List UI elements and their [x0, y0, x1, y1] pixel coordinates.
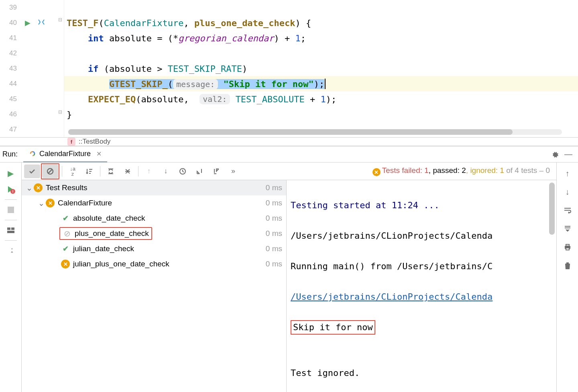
rerun-failed-button[interactable]: !: [3, 182, 18, 197]
parameter-hint: val2:: [199, 94, 230, 104]
line-number: 43: [3, 65, 17, 73]
line-number: 42: [3, 49, 17, 57]
breadcrumb[interactable]: f ::TestBody: [0, 137, 578, 146]
code-content[interactable]: TEST_F(CalendarFixture, plus_one_date_ch…: [64, 0, 578, 137]
pass-icon: ✔: [61, 214, 70, 223]
hide-panel-icon[interactable]: —: [564, 150, 572, 159]
soft-wrap-button[interactable]: [560, 203, 575, 218]
fail-icon: ✕: [61, 260, 70, 268]
scroll-to-end-button[interactable]: [560, 221, 575, 236]
export-tests-button[interactable]: [208, 165, 224, 178]
svg-rect-14: [566, 248, 569, 250]
rerun-button[interactable]: ▶: [3, 166, 18, 181]
parameter-hint: message:: [173, 79, 218, 89]
clear-button[interactable]: [560, 258, 575, 273]
line-number: 45: [3, 95, 17, 103]
prev-test-button[interactable]: ↑: [141, 165, 157, 178]
run-test-gutter-icon[interactable]: ▶: [25, 18, 31, 27]
import-tests-button[interactable]: [191, 165, 208, 178]
tree-test[interactable]: ✕ julian_plus_one_date_check 0 ms: [22, 256, 286, 272]
show-passed-toggle[interactable]: [24, 165, 40, 178]
run-tab-label: CalendarFixture: [39, 150, 91, 158]
console-right-toolbar: ↑ ↓: [556, 162, 578, 392]
run-window-title: Run:: [2, 150, 18, 158]
stop-button[interactable]: [3, 202, 18, 217]
svg-rect-2: [8, 207, 14, 213]
highlight-box: ⊘ plus_one_date_check: [59, 227, 152, 240]
run-tool-window: Run: CalendarFixture ✕ — ▶ !: [0, 146, 578, 392]
down-button[interactable]: ↓: [560, 184, 575, 199]
svg-rect-3: [7, 227, 10, 230]
text-caret: [325, 79, 326, 89]
test-console-output[interactable]: Testing started at 11:24 ... /Users/jetb…: [287, 180, 556, 392]
more-button[interactable]: »: [225, 165, 241, 178]
tree-suite[interactable]: ⌄ ✕ CalendarFixture 0 ms: [22, 195, 286, 211]
sort-alpha-button[interactable]: ↓a z: [65, 165, 81, 178]
editor-gutter: 39 40 ▶ ⊟ 41 42 43 44 45 46⊟ 47: [0, 0, 64, 137]
svg-rect-5: [7, 231, 14, 233]
tree-test[interactable]: ✔ julian_date_check 0 ms: [22, 241, 286, 256]
line-number: 40: [3, 19, 17, 27]
svg-rect-4: [11, 227, 14, 230]
breadcrumb-text: ::TestBody: [79, 138, 110, 146]
sort-duration-button[interactable]: [81, 165, 98, 178]
svg-text:!: !: [12, 189, 13, 193]
gtest-icon: [29, 150, 36, 157]
run-left-toolbar: ▶ !: [0, 162, 22, 392]
code-editor[interactable]: 39 40 ▶ ⊟ 41 42 43 44 45 46⊟ 47 TEST_F(C…: [0, 0, 578, 137]
fold-end-icon[interactable]: ⊟: [58, 109, 62, 115]
line-number: 44: [3, 80, 17, 88]
print-button[interactable]: [560, 240, 575, 255]
svg-line-7: [48, 169, 52, 173]
chevron-down-icon[interactable]: ⌄: [37, 199, 46, 208]
file-link[interactable]: /Users/jetbrains/CLionProjects/Calenda: [291, 292, 493, 302]
line-number: 41: [3, 34, 17, 42]
collapse-all-button[interactable]: [120, 165, 136, 178]
layout-button[interactable]: [3, 223, 18, 238]
fail-status-icon: ✕: [372, 168, 381, 176]
fold-start-icon[interactable]: ⊟: [58, 17, 62, 22]
vertical-scrollbar[interactable]: [549, 183, 555, 271]
show-ignored-toggle[interactable]: [42, 165, 58, 178]
highlight-box: [41, 163, 59, 179]
line-number: 46: [3, 110, 17, 118]
run-tab-bar: Run: CalendarFixture ✕ —: [0, 146, 578, 162]
up-button[interactable]: ↑: [560, 166, 575, 181]
gear-icon[interactable]: [551, 150, 559, 158]
tree-root[interactable]: ⌄ ✕ Test Results 0 ms: [22, 180, 286, 195]
highlight-box: Skip it for now: [291, 320, 375, 335]
line-number: 39: [3, 4, 17, 12]
fail-icon: ✕: [34, 183, 43, 192]
line-number: 47: [3, 126, 17, 134]
run-config-tab[interactable]: CalendarFixture ✕: [23, 146, 107, 162]
next-test-button[interactable]: ↓: [158, 165, 174, 178]
pass-icon: ✔: [61, 244, 70, 253]
svg-rect-13: [566, 244, 569, 246]
horizontal-scrollbar[interactable]: [68, 129, 562, 135]
function-badge-icon: f: [67, 138, 75, 146]
pin-button[interactable]: [3, 243, 18, 258]
chevron-down-icon[interactable]: ⌄: [25, 183, 34, 193]
test-results-tree[interactable]: ⌄ ✕ Test Results 0 ms ⌄ ✕ CalendarFixtur…: [22, 180, 287, 392]
close-tab-icon[interactable]: ✕: [96, 150, 102, 158]
expand-all-button[interactable]: [103, 165, 119, 178]
tree-test[interactable]: ⊘ plus_one_date_check 0 ms: [22, 226, 286, 241]
diff-gutter-icon[interactable]: [38, 18, 45, 27]
tree-test[interactable]: ✔ absolute_date_check 0 ms: [22, 211, 286, 226]
test-history-button[interactable]: [175, 165, 191, 178]
test-filter-toolbar: ↓a z ↑ ↓ » ✕Tests failed: 1, passed: 2, …: [22, 162, 556, 180]
test-status-summary: ✕Tests failed: 1, passed: 2, ignored: 1 …: [372, 166, 550, 177]
fail-icon: ✕: [46, 199, 55, 207]
skip-icon: ⊘: [63, 229, 71, 238]
